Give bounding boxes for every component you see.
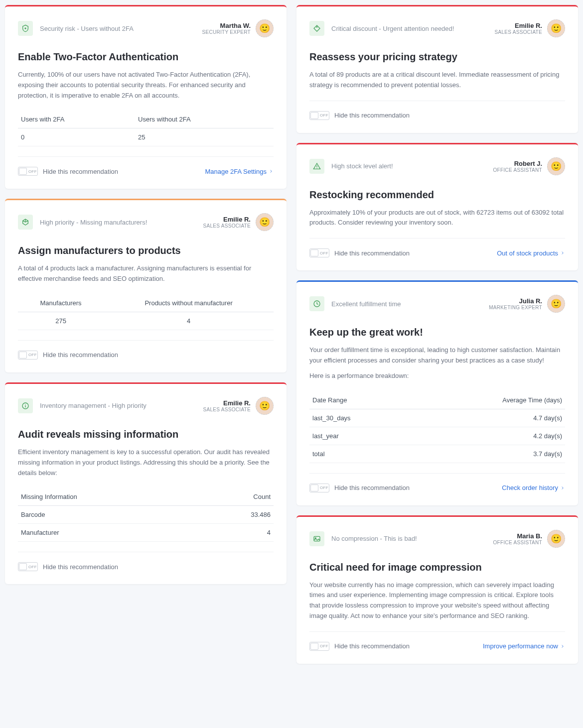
table-header: Average Time (days) [412,391,565,409]
author-role: MARKETING EXPERT [489,305,542,310]
hide-toggle[interactable]: OFF [309,484,329,492]
table-row: last_year4.2 day(s) [309,427,565,445]
table-row: Barcode33.486 [18,506,274,524]
svg-point-2 [316,27,317,27]
table-cell: 4 [199,524,274,542]
table-cell: Barcode [18,506,199,524]
action-link-stock[interactable]: Out of stock products [497,249,565,257]
card-description: Approximately 10% of your products are o… [309,208,565,229]
hide-toggle[interactable]: OFF [18,562,38,571]
svg-rect-4 [314,536,320,541]
card-inventory: Inventory management - High priority Emi… [5,382,287,584]
table-row: 2754 [18,312,274,330]
author-role: SALES ASSOCIATE [203,407,251,412]
author-name: Emilie R. [203,399,251,407]
hide-toggle-group: OFF Hide this recommendation [309,111,410,120]
table-header: Count [199,488,274,506]
info-icon [18,398,33,413]
clock-icon [309,296,324,311]
card-footer: OFF Hide this recommendation [18,552,274,571]
table-cell: 25 [135,128,274,146]
table-cell: last_30_days [309,409,412,427]
card-description: A total of 4 products lack a manufacture… [18,263,274,284]
action-link-2fa[interactable]: Manage 2FA Settings [205,168,274,175]
hide-label: Hide this recommendation [334,642,410,650]
card-description: Currently, 100% of our users have not ac… [18,70,274,101]
hide-label: Hide this recommendation [334,484,410,491]
hide-toggle[interactable]: OFF [309,642,329,651]
card-description: Your order fulfillment time is exception… [309,345,565,366]
card-header: No compression - This is bad! Maria B. O… [309,530,565,548]
toggle-off-label: OFF [320,251,328,255]
card-header: High stock level alert! Robert J. OFFICE… [309,157,565,175]
card-footer: OFF Hide this recommendation Improve per… [309,631,565,651]
card-tag: High stock level alert! [331,162,493,170]
data-table: Missing InformationCountBarcode33.486Man… [18,488,274,542]
hide-toggle[interactable]: OFF [309,248,329,257]
action-link-compression[interactable]: Improve performance now [483,642,565,650]
hide-toggle-group: OFF Hide this recommendation [18,167,118,176]
card-tag: Critical discount - Urgent attention nee… [331,25,495,32]
card-discount: Critical discount - Urgent attention nee… [296,5,578,133]
table-cell: 4.7 day(s) [412,409,565,427]
toggle-off-label: OFF [320,485,328,490]
card-title: Enable Two-Factor Authentication [18,51,274,63]
card-header: High priority - Missing manufacturers! E… [18,213,274,231]
author-role: SECURITY EXPERT [202,29,251,35]
card-title: Restocking recommended [309,189,565,201]
avatar: 🙂 [547,19,565,37]
image-icon [309,531,324,546]
table-cell: total [309,445,412,463]
card-author: Martha W. SECURITY EXPERT [202,22,251,35]
card-description: Your website currently has no image comp… [309,580,565,621]
table-cell: 4.2 day(s) [412,427,565,445]
hide-toggle-group: OFF Hide this recommendation [18,562,118,571]
card-description: Efficient inventory management is key to… [18,447,274,478]
table-cell: 4 [104,312,274,330]
avatar: 🙂 [547,157,565,175]
table-cell: last_year [309,427,412,445]
table-intro: Here is a performance breakdown: [309,371,565,381]
author-name: Emilie R. [203,216,251,223]
card-author: Emilie R. SALES ASSOCIATE [495,22,542,35]
card-author: Julia R. MARKETING EXPERT [489,297,542,310]
hide-toggle[interactable]: OFF [309,111,329,120]
card-compression: No compression - This is bad! Maria B. O… [296,515,578,664]
hide-toggle-group: OFF Hide this recommendation [309,484,410,492]
card-title: Assign manufacturers to products [18,245,274,256]
card-footer: OFF Hide this recommendation Out of stoc… [309,238,565,257]
table-row: 025 [18,128,274,146]
hide-toggle-group: OFF Hide this recommendation [309,642,410,651]
card-tag: Security risk - Users without 2FA [40,25,202,32]
hide-toggle[interactable]: OFF [18,167,38,176]
author-role: SALES ASSOCIATE [203,223,251,229]
card-header: Security risk - Users without 2FA Martha… [18,19,274,37]
hide-label: Hide this recommendation [334,112,410,119]
toggle-off-label: OFF [28,169,37,174]
author-name: Martha W. [202,22,251,29]
toggle-off-label: OFF [320,644,328,648]
card-fulfillment: Excellent fulfillment time Julia R. MARK… [296,280,578,505]
card-author: Emilie R. SALES ASSOCIATE [203,216,251,229]
action-link-fulfillment[interactable]: Check order history [502,484,565,491]
card-tag: No compression - This is bad! [331,535,493,542]
card-tag: Inventory management - High priority [40,402,203,409]
data-table: Users with 2FAUsers without 2FA025 [18,111,274,146]
table-cell: Manufacturer [18,524,199,542]
card-header: Critical discount - Urgent attention nee… [309,19,565,37]
card-title: Critical need for image compression [309,562,565,573]
card-title: Keep up the great work! [309,327,565,338]
card-header: Excellent fulfillment time Julia R. MARK… [309,295,565,313]
hide-toggle[interactable]: OFF [18,351,38,360]
table-cell: 0 [18,128,135,146]
avatar: 🙂 [256,19,274,37]
hide-label: Hide this recommendation [43,563,118,571]
table-row: Manufacturer4 [18,524,274,542]
card-title: Reassess your pricing strategy [309,51,565,63]
card-2fa: Security risk - Users without 2FA Martha… [5,5,287,189]
author-name: Emilie R. [495,22,542,29]
shield-icon [18,21,33,36]
table-header: Users with 2FA [18,111,135,128]
hide-label: Hide this recommendation [43,168,118,175]
toggle-off-label: OFF [320,113,328,118]
